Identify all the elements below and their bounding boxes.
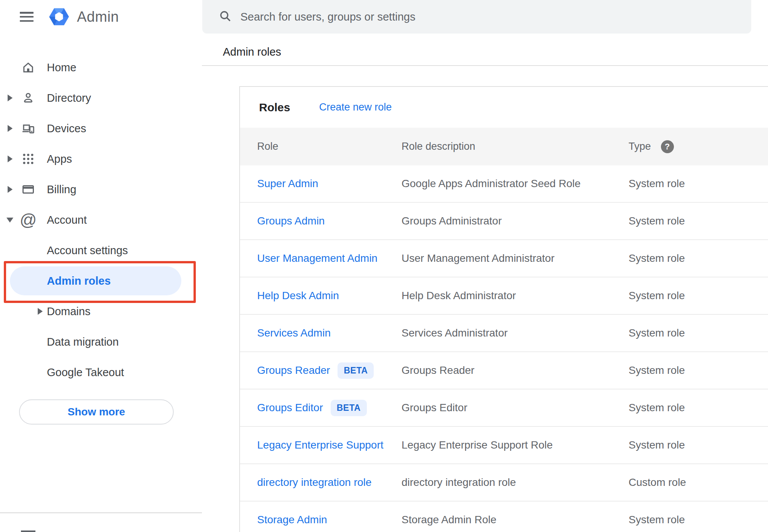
table-row: Groups Admin Groups Administrator System…: [240, 203, 768, 240]
sidebar-item-data-migration[interactable]: Data migration: [0, 327, 202, 357]
search-icon: [218, 9, 232, 24]
role-type-cell: System role: [629, 364, 768, 377]
admin-logo: Admin: [47, 5, 119, 29]
table-row: User Management Admin User Management Ad…: [240, 240, 768, 277]
sidebar: Admin Home: [0, 0, 202, 532]
role-link[interactable]: Help Desk Admin: [257, 290, 339, 302]
role-cell: Legacy Enterprise Support: [257, 439, 402, 451]
table-row: directory integration role directory int…: [240, 464, 768, 502]
sidebar-item-devices[interactable]: Devices: [0, 113, 202, 144]
role-cell: Services Admin: [257, 327, 402, 339]
role-type-cell: System role: [629, 402, 768, 414]
chevron-right-icon: [8, 186, 13, 193]
role-type-cell: System role: [629, 514, 768, 526]
chevron-down-icon: [6, 218, 13, 223]
header-divider: [202, 65, 768, 66]
sidebar-item-google-takeout[interactable]: Google Takeout: [0, 357, 202, 388]
role-link[interactable]: User Management Admin: [257, 252, 378, 264]
role-cell: User Management Admin: [257, 252, 402, 264]
hamburger-menu-icon[interactable]: [20, 12, 34, 22]
role-link[interactable]: Groups Admin: [257, 215, 325, 227]
table-row: Storage Admin Storage Admin Role System …: [240, 502, 768, 532]
sidebar-item-apps[interactable]: Apps: [0, 144, 202, 174]
apps-grid-icon: [21, 152, 35, 166]
admin-hexagon-logo-icon: [47, 5, 71, 29]
column-header-role: Role: [257, 141, 402, 152]
sidebar-item-home[interactable]: Home: [0, 52, 202, 83]
sidebar-nav-list: Home Directory: [0, 52, 202, 425]
role-description-cell: Groups Editor: [402, 402, 629, 414]
role-description-cell: Services Administrator: [402, 327, 629, 339]
sidebar-item-label: Domains: [47, 305, 90, 318]
role-type-cell: System role: [629, 178, 768, 190]
chevron-right-icon: [8, 125, 13, 132]
role-link[interactable]: Groups Editor: [257, 402, 323, 414]
role-type-cell: System role: [629, 439, 768, 451]
sidebar-item-label: Home: [47, 61, 76, 74]
table-row: Legacy Enterprise Support Legacy Enterpr…: [240, 427, 768, 464]
role-cell: Groups Editor BETA: [257, 400, 402, 416]
sidebar-item-billing[interactable]: Billing: [0, 174, 202, 205]
role-cell: Groups Admin: [257, 215, 402, 227]
chevron-right-icon: [8, 95, 13, 101]
role-cell: directory integration role: [257, 476, 402, 489]
person-icon: [21, 91, 35, 105]
help-icon[interactable]: ?: [661, 140, 674, 153]
role-cell: Help Desk Admin: [257, 290, 402, 302]
sidebar-item-label: Data migration: [47, 336, 119, 348]
role-type-cell: System role: [629, 215, 768, 227]
search-input[interactable]: [240, 11, 740, 23]
search-bar[interactable]: [202, 0, 751, 34]
sidebar-item-label: Google Takeout: [47, 366, 124, 379]
role-link[interactable]: Storage Admin: [257, 514, 327, 526]
breadcrumb: Admin roles: [223, 46, 281, 58]
sidebar-item-label: Admin roles: [47, 275, 111, 287]
credit-card-icon: [21, 182, 35, 197]
show-more-button[interactable]: Show more: [19, 399, 174, 425]
role-link[interactable]: Super Admin: [257, 178, 318, 190]
sidebar-item-label: Billing: [47, 183, 76, 196]
at-sign-icon: @: [21, 213, 35, 227]
roles-card: Roles Create new role Role Role descript…: [239, 86, 768, 532]
table-row: Help Desk Admin Help Desk Administrator …: [240, 277, 768, 315]
role-cell: Storage Admin: [257, 514, 402, 526]
role-description-cell: Groups Administrator: [402, 215, 629, 227]
sidebar-item-label: Apps: [47, 153, 72, 165]
sidebar-item-directory[interactable]: Directory: [0, 83, 202, 113]
chevron-right-icon: [8, 155, 13, 162]
table-row: Groups Reader BETA Groups Reader System …: [240, 352, 768, 389]
role-link[interactable]: Groups Reader: [257, 364, 330, 377]
role-description-cell: Storage Admin Role: [402, 514, 629, 526]
beta-badge: BETA: [338, 362, 374, 379]
sidebar-item-domains[interactable]: Domains: [0, 296, 202, 327]
roles-card-header: Roles Create new role: [240, 87, 768, 128]
sidebar-item-account-settings[interactable]: Account settings: [0, 235, 202, 266]
roles-table-header: Role Role description Type ?: [240, 128, 768, 165]
role-type-cell: System role: [629, 327, 768, 339]
role-type-cell: Custom role: [629, 476, 768, 489]
sidebar-item-label: Devices: [47, 122, 86, 135]
role-description-cell: directory integration role: [402, 476, 629, 489]
role-description-cell: Groups Reader: [402, 364, 629, 377]
role-description-cell: User Management Administrator: [402, 252, 629, 264]
sidebar-item-admin-roles[interactable]: Admin roles: [10, 266, 181, 295]
sidebar-item-account[interactable]: @ Account: [0, 205, 202, 235]
sidebar-bottom-divider: [0, 512, 202, 513]
role-description-cell: Help Desk Administrator: [402, 290, 629, 302]
role-type-cell: System role: [629, 252, 768, 264]
admin-console-screen: Admin Home: [0, 0, 768, 532]
home-icon: [21, 60, 35, 75]
role-description-cell: Legacy Enterprise Support Role: [402, 439, 629, 451]
role-link[interactable]: Services Admin: [257, 327, 331, 339]
sidebar-item-label: Account: [47, 214, 87, 226]
roles-table-body: Super Admin Google Apps Administrator Se…: [240, 165, 768, 532]
sidebar-footer-icon: [21, 530, 35, 532]
devices-icon: [21, 121, 35, 136]
role-link[interactable]: directory integration role: [257, 476, 371, 489]
role-cell: Super Admin: [257, 178, 402, 190]
role-link[interactable]: Legacy Enterprise Support: [257, 439, 384, 451]
create-new-role-link[interactable]: Create new role: [319, 101, 392, 113]
role-cell: Groups Reader BETA: [257, 362, 402, 379]
column-header-type: Type ?: [629, 140, 768, 153]
table-row: Groups Editor BETA Groups Editor System …: [240, 389, 768, 427]
